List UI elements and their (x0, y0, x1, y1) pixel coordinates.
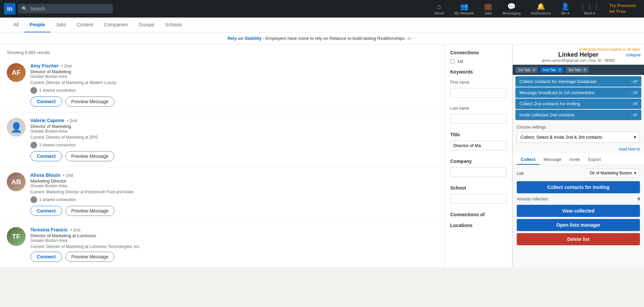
feature-label: Invite collected 2nd contacts (519, 112, 574, 117)
feature-message-broadcast[interactable]: Message broadcast to 1st connections : o… (515, 87, 641, 98)
connect-button[interactable]: Connect (30, 206, 62, 216)
notifications-icon: 🔔 (537, 2, 545, 10)
first-connection-checkbox[interactable] (450, 59, 455, 63)
result-location: Greater Boston Area (30, 129, 438, 134)
result-current: Current: Director of Marketing at Modern… (30, 80, 438, 85)
nav-me[interactable]: 👤 Me ▾ (556, 2, 574, 16)
result-degree: • 2nd (63, 173, 73, 178)
inner-tab-export[interactable]: Export (584, 155, 605, 165)
avatar-image: TF (7, 227, 26, 246)
firstname-label: First name (450, 80, 507, 85)
shared-conn-avatar (30, 196, 37, 203)
helper-tab-2nd[interactable]: 2nd Tab : 0 (540, 67, 564, 73)
result-location: Greater Boston Area (30, 74, 438, 79)
first-label: 1st (457, 59, 463, 64)
tab-people[interactable]: People (24, 18, 51, 32)
result-name[interactable]: Valerie Capone (30, 118, 64, 123)
feature-label: Collect 2nd contacts for inviting (519, 101, 580, 106)
helper-tab-1st[interactable]: 1st Tab : 0 (515, 67, 538, 73)
result-name[interactable]: Amy Fischer (30, 63, 59, 68)
tab-companies[interactable]: Companies (99, 18, 133, 32)
lastname-input[interactable] (450, 114, 507, 124)
tab-content[interactable]: Content (71, 18, 99, 32)
connections-of-title: Connections of (450, 212, 507, 217)
helper-title: Linked Helper (517, 51, 640, 58)
preview-message-button[interactable]: Preview Message (65, 206, 114, 216)
result-title: Director of Marketing (30, 69, 438, 74)
ad-banner: Rely on Stability - Employers have come … (0, 32, 644, 45)
result-degree: • 2nd (70, 227, 80, 232)
shared-conn-avatar (30, 142, 37, 148)
tab-groups[interactable]: Groups (133, 18, 160, 32)
nav-notifications[interactable]: 🔔 Notifications (526, 2, 556, 15)
list-dropdown[interactable]: Dir of Marketing Boston ▾ (586, 168, 640, 178)
title-input[interactable] (450, 141, 507, 150)
feature-collect-2nd[interactable]: Collect 2nd contacts for inviting : off (515, 99, 641, 109)
ad-link[interactable]: Rely on Stability (227, 36, 262, 41)
company-input[interactable] (450, 167, 507, 177)
inner-tab-collect[interactable]: Collect (517, 155, 539, 165)
avatar: TF (7, 227, 26, 246)
tab-jobs[interactable]: Jobs (50, 18, 71, 32)
feature-status: : off (630, 113, 637, 117)
feature-collect-broadcast[interactable]: Collect contacts for message broadcast :… (515, 76, 641, 87)
home-label: Home (434, 11, 444, 15)
result-name[interactable]: Teresina Francis (30, 227, 68, 232)
table-row: TF Teresina Francis • 2nd Director of Ma… (0, 222, 445, 268)
school-input[interactable] (450, 194, 507, 204)
read-how-link[interactable]: read how to (513, 145, 644, 153)
nav-mynetwork[interactable]: 👥 My Network (450, 2, 479, 15)
mynetwork-icon: 👥 (460, 2, 468, 10)
result-info: Teresina Francis • 2nd Director of Marke… (30, 227, 438, 262)
inner-tab-message[interactable]: Message (539, 155, 565, 165)
nav-jobs[interactable]: 💼 Jobs (479, 2, 497, 15)
delete-list-button[interactable]: Delete list (517, 233, 640, 245)
shared-connection: 1 shared connection (30, 196, 438, 203)
result-info: Alissa Blouin • 2nd Marketing Director G… (30, 172, 438, 216)
premium-button[interactable]: Try Premium for Free (605, 3, 640, 15)
me-avatar-icon: 👤 (561, 2, 569, 10)
helper-tab-3rd[interactable]: 3rd Tab : 0 (566, 67, 589, 73)
keywords-filter-title: Keywords (450, 69, 507, 75)
company-filter-title: Company (450, 159, 507, 164)
firstname-input[interactable] (450, 88, 507, 98)
preview-message-button[interactable]: Preview Message (65, 96, 114, 107)
result-actions: Connect Preview Message (30, 206, 438, 216)
inner-tab-invite[interactable]: Invite (565, 155, 584, 165)
ad-more-icon[interactable]: ··· (413, 36, 417, 41)
helper-subtitle: jenny.carrol.85@gmail.com | Inst. ID : 3… (517, 58, 640, 62)
result-name[interactable]: Alissa Blouin (30, 172, 60, 178)
tab-all[interactable]: All (8, 18, 24, 32)
collect-contacts-button[interactable]: Collect contacts for inviting (517, 181, 640, 193)
list-dropdown-value: Dir of Marketing Boston (590, 171, 632, 175)
main-layout: Showing 8,865 results AF Amy Fischer • 2… (0, 45, 644, 268)
connect-button[interactable]: Connect (30, 96, 62, 107)
collapse-button[interactable]: collapse (626, 53, 641, 57)
already-collected-count: 0 (638, 197, 640, 201)
first-connection-filter[interactable]: 1st (450, 59, 507, 64)
preview-message-button[interactable]: Preview Message (65, 252, 114, 262)
messaging-label: Messaging (503, 11, 520, 15)
table-row: AF Amy Fischer • 2nd Director of Marketi… (0, 58, 445, 112)
helper-tabs-bar: 1st Tab : 0 2nd Tab : 0 3rd Tab : 0 (513, 65, 644, 75)
settings-dropdown[interactable]: Collect, Select & Invite 2nd & 3rd conta… (517, 132, 640, 143)
view-collected-button[interactable]: View collected (517, 205, 640, 217)
settings-dropdown-value: Collect, Select & Invite 2nd & 3rd conta… (520, 135, 602, 140)
shared-conn-avatar (30, 87, 37, 94)
shared-connection: 1 shared connection (30, 87, 438, 94)
connect-button[interactable]: Connect (30, 252, 62, 262)
feature-invite-2nd[interactable]: Invite collected 2nd contacts : off (515, 110, 641, 120)
nav-work[interactable]: ⋮⋮⋮ Work ▾ (575, 2, 605, 16)
connect-button[interactable]: Connect (30, 151, 62, 161)
preview-message-button[interactable]: Preview Message (65, 151, 114, 161)
nav-messaging[interactable]: 💬 Messaging (498, 2, 525, 15)
tab-schools[interactable]: Schools (160, 18, 187, 32)
nav-icons-group: ⌂ Home 👥 My Network 💼 Jobs 💬 Messaging 🔔… (430, 2, 640, 16)
avatar-image: 👤 (7, 118, 26, 137)
nav-home[interactable]: ⌂ Home (430, 3, 449, 15)
search-input[interactable] (30, 6, 109, 11)
messaging-icon: 💬 (507, 2, 516, 10)
lastname-label: Last name (450, 106, 507, 111)
inner-panel: read how to Collect Message Invite Expor… (513, 145, 644, 245)
open-lists-manager-button[interactable]: Open lists manager (517, 219, 640, 231)
